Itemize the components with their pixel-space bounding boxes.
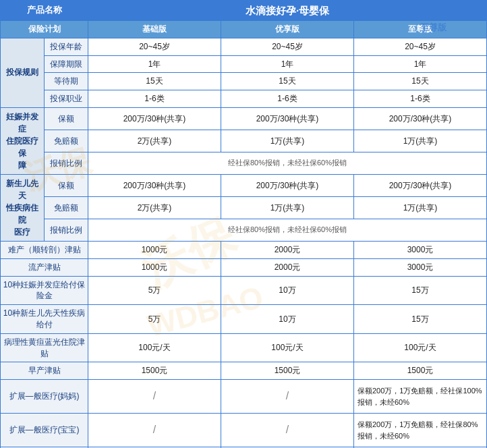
expand-baby-label: 扩展—般医疗(宝宝) [1, 414, 88, 447]
period-label: 保障期限 [45, 55, 88, 73]
waiting-label: 等待期 [45, 73, 88, 90]
newborn-deductible-supreme: 1万(共享) [354, 196, 487, 219]
newborn-disease-label: 10种新生儿先天性疾病给付 [1, 305, 88, 334]
expand-mom-premium: / [221, 380, 354, 414]
miscarriage-premium: 2000元 [221, 258, 354, 276]
product-title: 水滴接好孕·母婴保 [88, 1, 487, 21]
jaundice-basic: 100元/天 [88, 333, 221, 362]
waiting-basic: 15天 [88, 73, 221, 90]
preg-amount-supreme: 200万/30种(共享) [354, 107, 487, 130]
newborn-deductible-basic: 2万(共享) [88, 196, 221, 219]
newborn-amount-label: 保额 [45, 174, 88, 196]
newborn-disease-basic: 5万 [88, 305, 221, 334]
expand-baby-basic: / [88, 414, 221, 447]
expand-mom-label: 扩展—般医疗(妈妈) [1, 380, 88, 414]
newborn-deductible-label: 免赔额 [45, 196, 88, 219]
preg-deductible-premium: 1万(共享) [221, 130, 354, 152]
premature-label: 早产津贴 [1, 362, 88, 380]
preg-amount-premium: 200万/30种(共享) [221, 107, 354, 130]
newborn-deductible-premium: 1万(共享) [221, 196, 354, 219]
newborn-amount-premium: 200万/30种(共享) [221, 174, 354, 196]
preg-comp-basic: 5万 [88, 276, 221, 305]
comparison-table: 产品名称 水滴接好孕·母婴保 保险计划 基础版 优享版 至尊版 投保规则 投保年… [0, 0, 487, 448]
occupation-premium: 1-6类 [221, 90, 354, 108]
pregnancy-category: 妊娠并发症住院医疗保障 [1, 107, 45, 174]
miscarriage-basic: 1000元 [88, 258, 221, 276]
miscarriage-label: 流产津贴 [1, 258, 88, 276]
preg-comp-supreme: 15万 [354, 276, 487, 305]
preg-reimbursement-note: 经社保80%报销，未经社保60%报销 [88, 152, 487, 174]
jaundice-premium: 100元/天 [221, 333, 354, 362]
expand-mom-supreme: 保额200万，1万免赔额，经社保100%报销，未经60% [354, 380, 487, 414]
period-premium: 1年 [221, 55, 354, 73]
newborn-amount-basic: 200万/30种(共享) [88, 174, 221, 196]
age-basic: 20~45岁 [88, 38, 221, 55]
preg-comp-premium: 10万 [221, 276, 354, 305]
waiting-supreme: 15天 [354, 73, 487, 90]
corner-label: 至尊版 [420, 22, 447, 34]
age-premium: 20~45岁 [221, 38, 354, 55]
newborn-amount-supreme: 200万/30种(共享) [354, 174, 487, 196]
newborn-disease-supreme: 15万 [354, 305, 487, 334]
expand-baby-premium: / [221, 414, 354, 447]
newborn-reimbursement-note: 经社保80%报销，未经社保60%报销 [88, 219, 487, 241]
waiting-premium: 15天 [221, 73, 354, 90]
preg-reimbursement-label: 报销比例 [45, 152, 88, 174]
dystocia-label: 难产（顺转剖）津贴 [1, 241, 88, 258]
occupation-basic: 1-6类 [88, 90, 221, 108]
premature-basic: 1500元 [88, 362, 221, 380]
age-supreme: 20~45岁 [354, 38, 487, 55]
preg-deductible-label: 免赔额 [45, 130, 88, 152]
preg-amount-label: 保额 [45, 107, 88, 130]
preg-deductible-basic: 2万(共享) [88, 130, 221, 152]
premature-supreme: 1500元 [354, 362, 487, 380]
premium-plan-label: 优享版 [221, 21, 354, 38]
occupation-supreme: 1-6类 [354, 90, 487, 108]
newborn-reimbursement-label: 报销比例 [45, 219, 88, 241]
age-label: 投保年龄 [45, 38, 88, 55]
dystocia-premium: 2000元 [221, 241, 354, 258]
miscarriage-supreme: 3000元 [354, 258, 487, 276]
plan-label: 保险计划 [1, 21, 88, 38]
preg-deductible-supreme: 1万(共享) [354, 130, 487, 152]
expand-baby-supreme: 保额200万，1万免赔额，经社保80%报销，未经60% [354, 414, 487, 447]
period-supreme: 1年 [354, 55, 487, 73]
expand-mom-basic: / [88, 380, 221, 414]
insurance-rules-category: 投保规则 [1, 38, 45, 107]
dystocia-supreme: 3000元 [354, 241, 487, 258]
newborn-category: 新生儿先天性疾病住院医疗 [1, 174, 45, 241]
product-name-label: 产品名称 [1, 1, 88, 21]
premature-premium: 1500元 [221, 362, 354, 380]
jaundice-supreme: 100元/天 [354, 333, 487, 362]
occupation-label: 投保职业 [45, 90, 88, 108]
preg-comp-label: 10种妊娠并发症给付保险金 [1, 276, 88, 305]
newborn-disease-premium: 10万 [221, 305, 354, 334]
dystocia-basic: 1000元 [88, 241, 221, 258]
basic-plan-label: 基础版 [88, 21, 221, 38]
preg-amount-basic: 200万/30种(共享) [88, 107, 221, 130]
jaundice-label: 病理性黄疸蓝光住院津贴 [1, 333, 88, 362]
period-basic: 1年 [88, 55, 221, 73]
